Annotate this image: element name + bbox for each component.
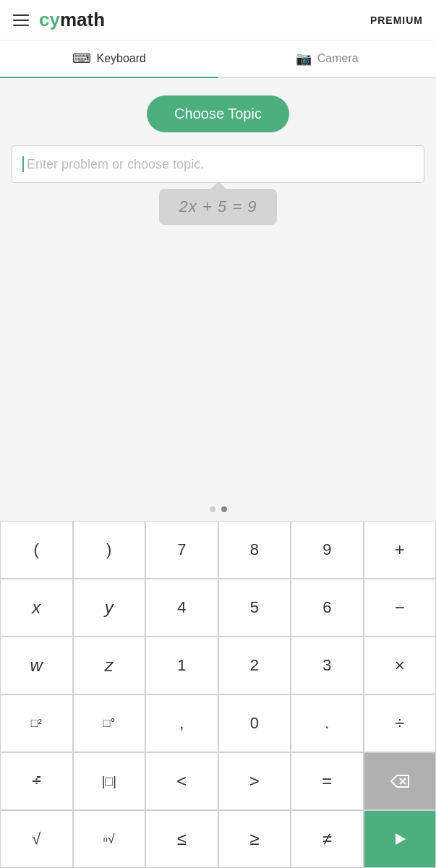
- backspace-icon: [390, 774, 410, 788]
- tab-camera[interactable]: 📷 Camera: [218, 41, 437, 77]
- key-fraction[interactable]: ÷̄: [0, 752, 73, 810]
- key-dot[interactable]: .: [291, 694, 364, 752]
- key-row-4: □² □° , 0 . ÷: [0, 694, 436, 752]
- key-row-6: √ n√ ≤ ≥ ≠: [0, 810, 436, 868]
- suggestion-bubble: 2x + 5 = 9: [159, 189, 278, 225]
- key-greater-than[interactable]: >: [218, 752, 291, 810]
- key-9[interactable]: 9: [291, 521, 364, 579]
- premium-badge: PREMIUM: [370, 14, 423, 26]
- key-greater-equal[interactable]: ≥: [218, 810, 291, 868]
- svg-marker-2: [396, 833, 406, 845]
- key-y[interactable]: y: [73, 579, 146, 637]
- key-less-equal[interactable]: ≤: [145, 810, 218, 868]
- key-equals[interactable]: =: [291, 752, 364, 810]
- key-less-than[interactable]: <: [145, 752, 218, 810]
- main-content: Choose Topic Enter problem or choose top…: [0, 78, 436, 498]
- key-superscript[interactable]: □°: [73, 694, 146, 752]
- header: cymath PREMIUM: [0, 0, 436, 41]
- key-3[interactable]: 3: [291, 637, 364, 694]
- logo-math: math: [60, 9, 105, 30]
- cursor-bar: [22, 156, 24, 172]
- key-row-1: ( ) 7 8 9 +: [0, 521, 436, 579]
- key-nth-root[interactable]: n√: [73, 810, 146, 868]
- key-w[interactable]: w: [0, 637, 73, 694]
- key-not-equal[interactable]: ≠: [291, 810, 364, 868]
- choose-topic-button[interactable]: Choose Topic: [147, 95, 289, 132]
- key-plus[interactable]: +: [364, 521, 437, 579]
- tab-keyboard[interactable]: ⌨ Keyboard: [0, 41, 218, 77]
- key-1[interactable]: 1: [145, 637, 218, 694]
- key-x[interactable]: x: [0, 579, 73, 637]
- key-4[interactable]: 4: [145, 579, 218, 637]
- pagination-dots: [0, 498, 436, 521]
- play-icon: [391, 830, 409, 848]
- hamburger-menu-icon[interactable]: [13, 14, 29, 26]
- key-z[interactable]: z: [73, 637, 146, 694]
- logo-cy: cy: [39, 9, 60, 30]
- problem-placeholder: Enter problem or choose topic.: [27, 157, 204, 172]
- key-minus[interactable]: −: [364, 579, 437, 637]
- key-row-2: x y 4 5 6 −: [0, 579, 436, 637]
- key-submit[interactable]: [364, 810, 437, 868]
- key-divide[interactable]: ÷: [364, 694, 437, 752]
- key-0[interactable]: 0: [218, 694, 291, 752]
- key-5[interactable]: 5: [218, 579, 291, 637]
- key-7[interactable]: 7: [145, 521, 218, 579]
- key-square[interactable]: □²: [0, 694, 73, 752]
- key-close-paren[interactable]: ): [73, 521, 146, 579]
- camera-icon: 📷: [296, 51, 312, 67]
- keyboard-icon: ⌨: [72, 51, 91, 67]
- key-row-3: w z 1 2 3 ×: [0, 637, 436, 694]
- tab-bar: ⌨ Keyboard 📷 Camera: [0, 41, 436, 78]
- problem-input[interactable]: Enter problem or choose topic.: [12, 145, 424, 183]
- math-example: 2x + 5 = 9: [159, 189, 278, 225]
- key-multiply[interactable]: ×: [364, 637, 437, 694]
- key-open-paren[interactable]: (: [0, 521, 73, 579]
- logo: cymath: [39, 9, 105, 31]
- key-absolute-value[interactable]: |□|: [73, 752, 146, 810]
- tab-keyboard-label: Keyboard: [97, 52, 147, 65]
- key-sqrt[interactable]: √: [0, 810, 73, 868]
- key-2[interactable]: 2: [218, 637, 291, 694]
- dot-2: [221, 506, 227, 512]
- key-6[interactable]: 6: [291, 579, 364, 637]
- tab-camera-label: Camera: [317, 52, 359, 65]
- dot-1: [210, 506, 215, 512]
- header-left: cymath: [13, 9, 105, 31]
- key-comma[interactable]: ,: [145, 694, 218, 752]
- math-example-text: 2x + 5 = 9: [179, 197, 257, 216]
- keyboard: ( ) 7 8 9 + x y 4 5 6 − w z 1 2 3 × □² □…: [0, 521, 436, 868]
- key-row-5: ÷̄ |□| < > =: [0, 752, 436, 810]
- key-8[interactable]: 8: [218, 521, 291, 579]
- key-backspace[interactable]: [364, 752, 437, 810]
